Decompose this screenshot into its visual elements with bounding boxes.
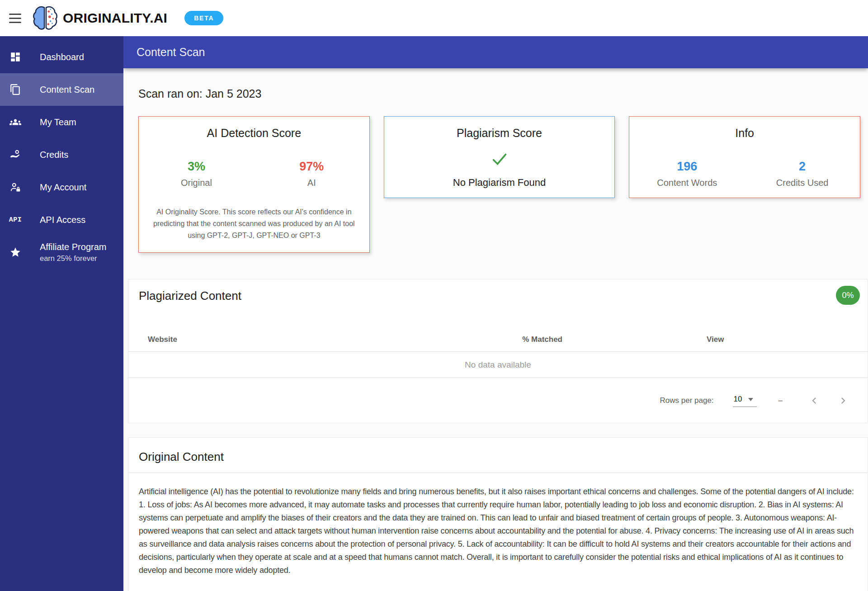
chevron-down-icon	[748, 398, 753, 401]
brain-logo-icon	[31, 4, 59, 32]
dashboard-icon	[9, 51, 21, 63]
score-cards: AI Detection Score 3% Original 97% AI AI…	[138, 116, 860, 253]
beta-badge: BETA	[184, 11, 223, 25]
sidebar-item-affiliate-program[interactable]: Affiliate Program earn 25% forever	[0, 236, 123, 269]
original-content-title: Original Content	[139, 450, 224, 464]
app-root: ORIGINALITY.AI BETA Dashboard Content Sc…	[0, 0, 868, 591]
ai-detection-title: AI Detection Score	[139, 127, 369, 140]
plagiarism-status: No Plagiarism Found	[384, 177, 615, 189]
checkmark-icon	[384, 152, 615, 168]
sidebar-item-content-scan[interactable]: Content Scan	[0, 73, 123, 106]
sidebar-item-my-account[interactable]: My Account	[0, 171, 123, 203]
ai-detection-card: AI Detection Score 3% Original 97% AI AI…	[138, 116, 370, 253]
original-score: 3% Original	[139, 160, 254, 188]
next-page-button[interactable]	[837, 394, 849, 407]
sidebar-item-api-access[interactable]: API API Access	[0, 203, 123, 236]
sidebar-nav: Dashboard Content Scan My Team Credits	[0, 36, 123, 591]
original-content-body: Artificial intelligence (AI) has the pot…	[128, 473, 868, 577]
plagiarized-table-header: Website % Matched View	[128, 328, 868, 352]
credits-used-stat: 2 Credits Used	[745, 160, 860, 188]
plagiarized-content-panel: Plagiarized Content 0% Website % Matched…	[128, 279, 868, 423]
hand-coin-icon	[9, 149, 21, 161]
top-header: ORIGINALITY.AI BETA	[0, 0, 868, 36]
original-content-panel: Original Content Artificial intelligence…	[128, 437, 868, 591]
account-lock-icon	[9, 181, 21, 193]
plagiarism-card: Plagiarism Score No Plagiarism Found	[384, 116, 615, 198]
affiliate-sublabel: earn 25% forever	[40, 254, 106, 263]
column-view: View	[707, 335, 724, 344]
brand-name: ORIGINALITY.AI	[63, 10, 167, 26]
table-pagination: Rows per page: 10 –	[128, 378, 868, 423]
plagiarism-title: Plagiarism Score	[384, 127, 615, 140]
content-words-stat: 196 Content Words	[629, 160, 745, 188]
sidebar-item-credits[interactable]: Credits	[0, 138, 123, 171]
affiliate-label: Affiliate Program	[40, 242, 106, 252]
column-matched: % Matched	[522, 335, 562, 344]
page-range: –	[778, 396, 783, 405]
group-icon	[9, 116, 21, 128]
column-website: Website	[148, 335, 177, 344]
sidebar-item-dashboard[interactable]: Dashboard	[0, 41, 123, 73]
table-empty-message: No data available	[128, 352, 868, 378]
ai-score-footnote: AI Originality Score. This score reflect…	[152, 206, 356, 241]
info-title: Info	[629, 127, 860, 140]
plagiarized-content-title: Plagiarized Content	[139, 289, 241, 303]
previous-page-button[interactable]	[808, 394, 821, 407]
sidebar-item-my-team[interactable]: My Team	[0, 106, 123, 138]
scan-date: Scan ran on: Jan 5 2023	[138, 87, 868, 100]
hamburger-menu-icon[interactable]	[9, 14, 21, 23]
rows-per-page-label: Rows per page:	[660, 396, 714, 405]
page-appbar: Content Scan	[123, 36, 868, 68]
page-title: Content Scan	[137, 46, 205, 59]
copy-icon	[9, 84, 21, 95]
plagiarism-percent-badge: 0%	[836, 286, 860, 305]
ai-score: 97% AI	[254, 160, 369, 188]
api-icon: API	[9, 214, 21, 226]
rows-per-page-select[interactable]: 10	[733, 394, 757, 407]
info-card: Info 196 Content Words 2 Credits Used	[629, 116, 860, 198]
star-icon	[9, 246, 21, 258]
main-content: Content Scan Scan ran on: Jan 5 2023 AI …	[123, 36, 868, 591]
